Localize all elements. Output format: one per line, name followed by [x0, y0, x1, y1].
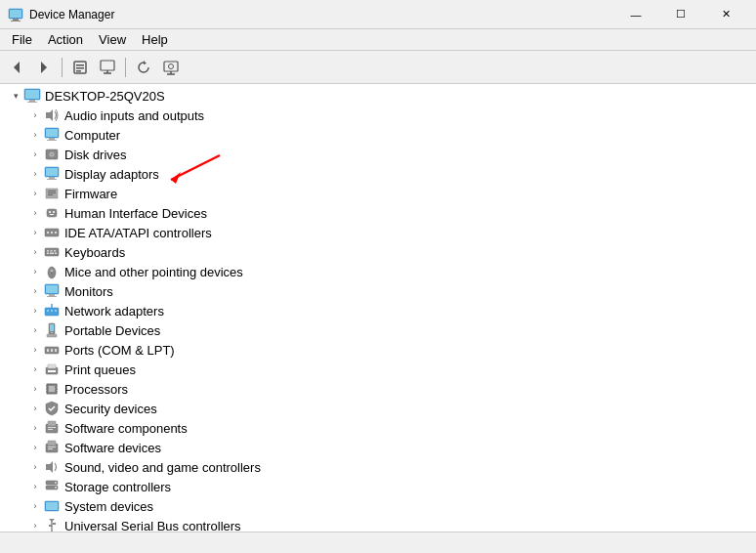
svg-rect-63 [55, 310, 57, 312]
device-icon-audio [43, 106, 61, 124]
toolbar-refresh[interactable] [131, 55, 156, 80]
chevron-icon-18: › [27, 459, 43, 475]
device-label-7: Keyboards [64, 245, 125, 260]
device-label-12: Ports (COM & LPT) [64, 343, 175, 358]
device-item-6[interactable]: ›IDE ATA/ATAPI controllers [23, 223, 756, 242]
chevron-icon-19: › [27, 479, 43, 494]
svg-rect-46 [45, 248, 59, 256]
device-label-8: Mice and other pointing devices [64, 265, 243, 279]
root-item[interactable]: ▾ DESKTOP-25QV20S [4, 86, 756, 106]
svg-rect-86 [48, 429, 53, 430]
device-item-19[interactable]: ›Storage controllers [23, 477, 756, 496]
root-node[interactable]: ▾ DESKTOP-25QV20S ›Audio inputs and outp… [4, 86, 756, 532]
svg-rect-62 [51, 310, 53, 312]
device-item-2[interactable]: ›Disk drives [23, 145, 756, 164]
toolbar-update[interactable] [95, 55, 120, 80]
device-node-14: ›Processors [23, 379, 756, 399]
chevron-icon-9: › [27, 283, 43, 299]
device-item-15[interactable]: ›Security devices [23, 399, 756, 418]
device-item-12[interactable]: ›Ports (COM & LPT) [23, 340, 756, 360]
minimize-button[interactable]: — [613, 0, 658, 29]
device-item-17[interactable]: ›Software devices [23, 438, 756, 457]
device-label-16: Software components [64, 421, 188, 436]
svg-rect-48 [51, 250, 53, 252]
device-icon-hid [43, 204, 61, 222]
toolbar-scan[interactable] [158, 55, 184, 80]
device-item-3[interactable]: ›Display adaptors [23, 164, 756, 184]
device-label-20: System devices [64, 499, 153, 514]
device-item-7[interactable]: ›Keyboards [23, 242, 756, 262]
svg-rect-24 [46, 129, 58, 137]
device-item-18[interactable]: ›Sound, video and game controllers [23, 457, 756, 477]
chevron-icon-3: › [27, 166, 43, 182]
device-icon-disk [43, 146, 61, 163]
device-item-10[interactable]: ›Network adapters [23, 301, 756, 320]
device-node-10: ›Network adapters [23, 301, 756, 320]
device-item-4[interactable]: ›Firmware [23, 184, 756, 203]
svg-rect-97 [46, 502, 58, 510]
device-icon-print [43, 361, 61, 378]
svg-rect-101 [53, 523, 56, 525]
menu-item-file[interactable]: File [4, 30, 40, 49]
svg-rect-73 [48, 364, 56, 368]
device-node-13: ›Print queues [23, 360, 756, 379]
device-item-13[interactable]: ›Print queues [23, 360, 756, 379]
svg-marker-4 [14, 62, 20, 73]
device-label-2: Disk drives [64, 148, 127, 162]
device-item-11[interactable]: ›Portable Devices [23, 320, 756, 340]
device-item-0[interactable]: ›Audio inputs and outputs [23, 106, 756, 125]
device-label-9: Monitors [64, 284, 113, 299]
device-item-8[interactable]: ›Mice and other pointing devices [23, 262, 756, 281]
toolbar-forward[interactable] [31, 55, 57, 80]
maximize-button[interactable]: ☐ [658, 0, 703, 29]
device-node-5: ›Human Interface Devices [23, 203, 756, 223]
svg-rect-43 [47, 232, 49, 234]
device-item-5[interactable]: ›Human Interface Devices [23, 203, 756, 223]
main-content[interactable]: ▾ DESKTOP-25QV20S ›Audio inputs and outp… [0, 84, 756, 532]
device-list: ›Audio inputs and outputs›Computer›Disk … [4, 106, 756, 532]
svg-rect-47 [47, 250, 49, 252]
device-item-21[interactable]: ›Universal Serial Bus controllers [23, 516, 756, 532]
root-icon [23, 87, 41, 105]
svg-rect-61 [47, 310, 49, 312]
menu-item-action[interactable]: Action [40, 30, 91, 49]
svg-rect-88 [48, 441, 56, 446]
status-bar [0, 532, 756, 553]
svg-point-29 [51, 153, 53, 155]
svg-rect-19 [25, 90, 39, 99]
svg-rect-50 [47, 253, 49, 255]
device-item-1[interactable]: ›Computer [23, 125, 756, 145]
chevron-icon-1: › [27, 127, 43, 143]
svg-marker-91 [46, 461, 53, 473]
toolbar-properties[interactable] [67, 55, 93, 80]
device-node-20: ›System devices [23, 496, 756, 516]
device-label-15: Security devices [64, 402, 157, 416]
device-icon-mouse [43, 263, 61, 280]
chevron-icon-8: › [27, 264, 43, 279]
svg-rect-52 [55, 253, 57, 255]
svg-rect-21 [27, 102, 37, 103]
device-item-16[interactable]: ›Software components [23, 418, 756, 438]
svg-rect-41 [50, 214, 54, 215]
device-item-9[interactable]: ›Monitors [23, 281, 756, 301]
chevron-icon-17: › [27, 440, 43, 455]
toolbar [0, 51, 756, 84]
device-item-14[interactable]: ›Processors [23, 379, 756, 399]
device-item-20[interactable]: ›System devices [23, 496, 756, 516]
menu-item-help[interactable]: Help [134, 30, 176, 49]
menu-item-view[interactable]: View [91, 30, 134, 49]
device-node-18: ›Sound, video and game controllers [23, 457, 756, 477]
svg-rect-1 [13, 19, 19, 21]
svg-point-17 [169, 64, 174, 68]
toolbar-back[interactable] [4, 55, 29, 80]
device-label-6: IDE ATA/ATAPI controllers [64, 226, 212, 240]
svg-rect-35 [48, 191, 56, 191]
device-icon-sound [43, 458, 61, 476]
close-button[interactable]: ✕ [703, 0, 748, 29]
svg-rect-84 [48, 421, 56, 426]
svg-rect-65 [50, 324, 54, 331]
device-node-21: ›Universal Serial Bus controllers [23, 516, 756, 532]
device-node-1: ›Computer [23, 125, 756, 145]
root-label: DESKTOP-25QV20S [45, 89, 165, 104]
device-node-16: ›Software components [23, 418, 756, 438]
